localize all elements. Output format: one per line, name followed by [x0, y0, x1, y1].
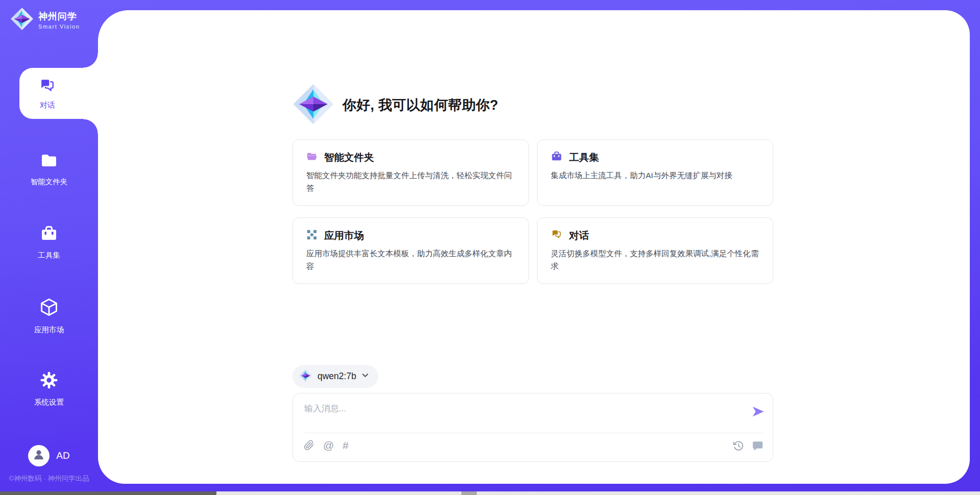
composer-toolbar: @ # — [304, 440, 349, 451]
card-title: 对话 — [569, 229, 589, 242]
folder-open-icon — [306, 151, 317, 164]
feature-card-2[interactable]: 工具集 集成市场上主流工具，助力AI与外界无缝扩展与对接 — [537, 139, 773, 206]
sidebar-item-label: 工具集 — [38, 251, 60, 260]
feature-card-4[interactable]: 对话 灵活切换多模型文件，支持多样回复效果调试,满足个性化需求 — [537, 217, 773, 284]
sidebar-item-label: 智能文件夹 — [31, 177, 68, 187]
app-root: { "brand": { "name": "神州问学", "subtitle":… — [0, 0, 980, 495]
card-description: 应用市场提供丰富长文本模板，助力高效生成多样化文章内容 — [306, 247, 515, 273]
feature-card-3[interactable]: 应用市场 应用市场提供丰富长文本模板，助力高效生成多样化文章内容 — [292, 217, 529, 284]
copyright-text: ©神州数码 · 神州问学出品 — [0, 474, 98, 483]
message-composer: @ # — [292, 393, 773, 462]
folder-icon — [40, 151, 58, 171]
send-button[interactable] — [751, 405, 765, 418]
greeting-title: 你好, 我可以如何帮助你? — [342, 96, 498, 114]
at-icon[interactable]: @ — [323, 440, 334, 451]
card-title: 应用市场 — [324, 229, 364, 242]
paperclip-icon[interactable] — [304, 440, 314, 451]
toolbox-icon — [551, 151, 562, 164]
sidebar: 神州问学 Smart Vision 对话 智能文件夹 工具集 应用市场 系统设置… — [0, 0, 98, 495]
feature-cards: 智能文件夹 智能文件夹功能支持批量文件上传与清洗，轻松实现文件问答 工具集 集成… — [292, 139, 773, 284]
brand-logo: 神州问学 Smart Vision — [10, 7, 80, 33]
card-title: 智能文件夹 — [324, 151, 374, 164]
card-title: 工具集 — [569, 151, 599, 164]
toolbox-icon — [40, 225, 58, 245]
grid-icon — [306, 229, 317, 242]
card-description: 集成市场上主流工具，助力AI与外界无缝扩展与对接 — [551, 169, 760, 182]
user-name: AD — [56, 450, 69, 461]
person-icon — [32, 448, 45, 463]
composer-divider — [303, 433, 763, 433]
model-name: qwen2:7b — [317, 371, 356, 382]
sidebar-item-5[interactable]: 系统设置 — [0, 370, 98, 407]
sidebar-item-3[interactable]: 工具集 — [0, 225, 98, 260]
avatar — [28, 445, 50, 466]
diamond-logo-icon — [10, 7, 34, 33]
greeting: 你好, 我可以如何帮助你? — [292, 83, 498, 127]
chat-filled-icon[interactable] — [752, 440, 764, 452]
diamond-logo-icon — [292, 83, 334, 127]
brand-subtitle: Smart Vision — [38, 23, 80, 30]
sidebar-item-1[interactable]: 对话 — [19, 68, 98, 119]
diamond-logo-icon — [299, 369, 312, 384]
message-input[interactable] — [304, 403, 743, 426]
user-profile[interactable]: AD — [0, 445, 98, 466]
cube-icon — [39, 297, 59, 319]
hash-icon[interactable]: # — [342, 440, 349, 451]
sidebar-item-label: 对话 — [40, 101, 55, 110]
sidebar-item-label: 应用市场 — [34, 325, 64, 335]
gear-icon — [39, 370, 59, 392]
sidebar-item-2[interactable]: 智能文件夹 — [0, 151, 98, 187]
history-icon[interactable] — [733, 440, 744, 452]
chevron-down-icon — [361, 372, 369, 381]
model-selector[interactable]: qwen2:7b — [292, 365, 378, 388]
sidebar-item-4[interactable]: 应用市场 — [0, 297, 98, 335]
feature-card-1[interactable]: 智能文件夹 智能文件夹功能支持批量文件上传与清洗，轻松实现文件问答 — [292, 139, 529, 206]
card-description: 灵活切换多模型文件，支持多样回复效果调试,满足个性化需求 — [551, 247, 760, 273]
chat-bubbles-icon — [551, 229, 562, 242]
brand-name: 神州问学 — [38, 10, 80, 22]
composer-right-toolbar — [733, 440, 764, 452]
sidebar-item-label: 系统设置 — [34, 398, 64, 407]
main-panel: 你好, 我可以如何帮助你? 智能文件夹 智能文件夹功能支持批量文件上传与清洗，轻… — [98, 10, 970, 484]
screen-bottom-edge — [0, 491, 980, 495]
chat-bubbles-icon — [39, 77, 56, 96]
card-description: 智能文件夹功能支持批量文件上传与清洗，轻松实现文件问答 — [306, 169, 515, 195]
